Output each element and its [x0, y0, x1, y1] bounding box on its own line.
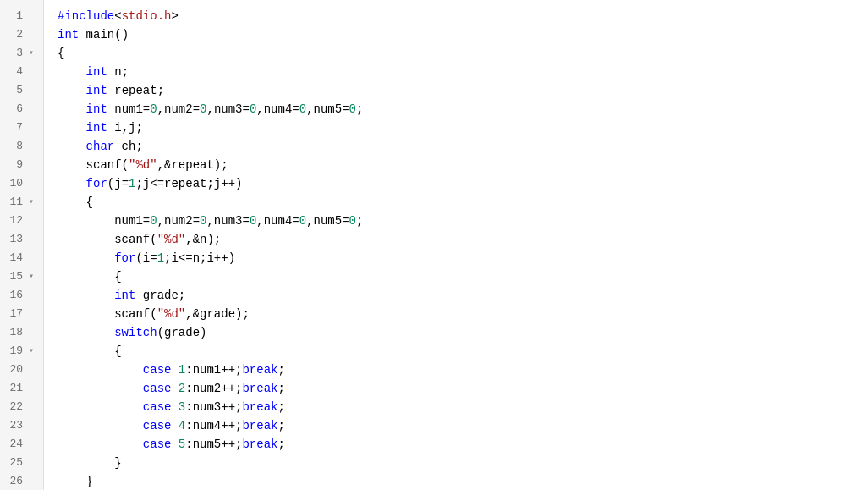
token-plain: (grade): [157, 323, 207, 342]
code-line-6: int num1=0,num2=0,num3=0,num4=0,num5=0;: [58, 100, 868, 118]
token-plain: [171, 435, 178, 454]
line-number-12: 12: [0, 212, 43, 230]
line-number-gutter: 123▾4567891011▾12131415▾16171819▾2021222…: [0, 0, 44, 490]
line-number-label: 12: [9, 212, 23, 230]
token-plain: num1=: [107, 100, 150, 118]
token-plain: ,num4=: [256, 100, 299, 118]
code-line-24: case 5:num5++;break;: [58, 435, 868, 454]
code-line-17: scanf("%d",&grade);: [58, 305, 868, 323]
indent: [58, 137, 86, 156]
token-kw: for: [86, 174, 107, 193]
token-num: 2: [179, 379, 185, 398]
line-number-3: 3▾: [0, 44, 43, 63]
code-line-12: num1=0,num2=0,num3=0,num4=0,num5=0;: [58, 212, 868, 230]
token-plain: num1=: [114, 212, 150, 230]
line-number-15: 15▾: [0, 267, 43, 286]
line-number-label: 11: [9, 193, 23, 212]
line-number-26: 26: [0, 472, 43, 490]
fold-indicator[interactable]: ▾: [26, 44, 36, 63]
token-plain: ;: [277, 379, 284, 398]
line-number-10: 10: [0, 174, 43, 193]
fold-indicator: [26, 286, 36, 305]
token-num: 0: [349, 212, 356, 230]
line-number-label: 10: [9, 174, 23, 193]
token-plain: ,num3=: [206, 100, 249, 118]
line-number-label: 8: [16, 137, 23, 156]
line-number-label: 7: [16, 118, 23, 137]
token-kw: char: [86, 137, 115, 156]
fold-indicator: [26, 63, 36, 81]
token-kw: int: [58, 25, 79, 44]
token-num: 0: [250, 212, 256, 230]
fold-indicator: [26, 230, 36, 249]
token-plain: ;: [277, 361, 284, 379]
line-number-23: 23: [0, 416, 43, 435]
line-number-label: 3: [16, 44, 23, 63]
token-num: 0: [349, 100, 356, 118]
code-line-9: scanf("%d",&repeat);: [58, 156, 868, 174]
token-plain: ;j<=repeat;j++): [135, 174, 242, 193]
token-plain: ;: [356, 212, 363, 230]
fold-indicator[interactable]: ▾: [26, 267, 36, 286]
token-str: stdio.h: [122, 7, 172, 25]
code-area[interactable]: #include<stdio.h>int main(){ int n; int …: [44, 0, 868, 490]
token-plain: :num3++;: [185, 398, 242, 416]
token-plain: ;i<=n;i++): [164, 249, 235, 267]
code-line-25: }: [58, 454, 868, 472]
code-line-8: char ch;: [58, 137, 868, 156]
fold-indicator: [26, 100, 36, 118]
token-plain: }: [86, 472, 93, 490]
line-number-label: 15: [9, 267, 23, 286]
token-num: 0: [150, 212, 157, 230]
token-plain: >: [171, 7, 178, 25]
line-number-7: 7: [0, 118, 43, 137]
token-num: 0: [150, 100, 157, 118]
code-line-16: int grade;: [58, 286, 868, 305]
token-plain: ,num3=: [206, 212, 249, 230]
token-num: 0: [299, 100, 306, 118]
line-number-9: 9: [0, 156, 43, 174]
code-line-18: switch(grade): [58, 323, 868, 342]
line-number-19: 19▾: [0, 342, 43, 361]
indent: [58, 435, 143, 454]
indent: [58, 156, 86, 174]
line-number-2: 2: [0, 25, 43, 44]
token-kw: int: [86, 81, 107, 100]
token-num: 3: [179, 398, 185, 416]
line-number-8: 8: [0, 137, 43, 156]
token-kw: int: [114, 286, 135, 305]
token-kw: case: [143, 398, 172, 416]
fold-indicator: [26, 454, 36, 472]
line-number-14: 14: [0, 249, 43, 267]
fold-indicator: [26, 305, 36, 323]
token-kw: case: [143, 379, 172, 398]
code-line-21: case 2:num2++;break;: [58, 379, 868, 398]
token-kw: break: [242, 416, 277, 435]
code-editor: 123▾4567891011▾12131415▾16171819▾2021222…: [0, 0, 868, 490]
code-line-7: int i,j;: [58, 118, 868, 137]
line-number-20: 20: [0, 361, 43, 379]
indent: [58, 454, 114, 472]
indent: [58, 118, 86, 137]
token-plain: (i=: [135, 249, 157, 267]
fold-indicator: [26, 323, 36, 342]
fold-indicator[interactable]: ▾: [26, 342, 36, 361]
fold-indicator: [26, 137, 36, 156]
fold-indicator: [26, 416, 36, 435]
fold-indicator[interactable]: ▾: [26, 193, 36, 212]
code-line-11: {: [58, 193, 868, 212]
token-plain: scanf(: [114, 230, 157, 249]
line-number-label: 16: [9, 286, 23, 305]
token-plain: :num1++;: [185, 361, 242, 379]
token-kw: case: [143, 416, 172, 435]
token-kw: case: [143, 435, 172, 454]
token-plain: {: [58, 44, 64, 63]
indent: [58, 63, 86, 81]
fold-indicator: [26, 174, 36, 193]
line-number-6: 6: [0, 100, 43, 118]
token-plain: ,num4=: [256, 212, 299, 230]
line-number-18: 18: [0, 323, 43, 342]
indent: [58, 267, 114, 286]
token-str: "%d": [157, 230, 186, 249]
fold-indicator: [26, 398, 36, 416]
